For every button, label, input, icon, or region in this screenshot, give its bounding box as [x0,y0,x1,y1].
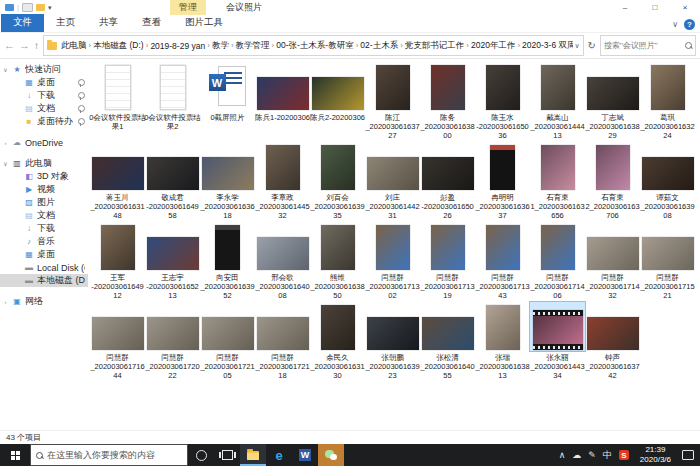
maximize-button[interactable]: □ [640,0,670,15]
breadcrumb-segment[interactable]: 教学 [211,40,230,52]
sidebar-item[interactable]: ∨★快速访问 [0,63,88,76]
file-item[interactable]: 敬成君 -202003061649 58 [145,142,200,222]
file-item[interactable]: 张朝鹏 _202003061639 23 [365,302,420,382]
file-item[interactable]: 张松清 _202003061640 55 [420,302,475,382]
file-explorer-taskbar-button[interactable] [240,444,266,466]
breadcrumb-segment[interactable]: 此电脑 [60,40,88,52]
new-folder-icon[interactable] [36,4,45,11]
sidebar-item[interactable]: ◧3D 对象 [0,170,88,183]
file-item[interactable]: 李永学 _202003061636 18 [200,142,255,222]
taskbar-clock[interactable]: 21:39 2020/3/6 [635,444,676,466]
ribbon-tab-1[interactable]: 主页 [44,14,87,32]
ribbon-tab-3[interactable]: 查看 [130,14,173,32]
sidebar-item[interactable]: ▤文档 [0,102,88,115]
folder-search-input[interactable]: 搜索"会议照片" [600,35,696,56]
sidebar-item[interactable]: ♪音乐 [0,235,88,248]
file-item[interactable]: W0截屏照片 [200,62,255,142]
forward-button[interactable]: → [19,40,30,51]
file-item[interactable]: 向安田 _202003061639 52 [200,222,255,302]
task-view-button[interactable] [214,444,240,466]
file-item[interactable]: 0会议软件投票结 果1 [90,62,145,142]
file-item[interactable]: 张瑞 _202003061638 13 [475,302,530,382]
sidebar-item[interactable]: ▬Local Disk (C:) [0,261,88,274]
breadcrumb-segment[interactable]: 党支部书记工作 [404,40,466,52]
ribbon-tab-4[interactable]: 图片工具 [173,14,235,32]
properties-icon[interactable] [22,3,33,12]
file-item[interactable]: 刘庄 _202003061442 31 [365,142,420,222]
breadcrumb-segment[interactable]: 00-张-土木系-教研室 [275,40,354,52]
breadcrumb-segment[interactable]: 教学管理 [235,40,271,52]
file-item[interactable]: 戴嵩山 _202003061444 13 [530,62,585,142]
ribbon-tab-2[interactable]: 共享 [87,14,130,32]
minimize-button[interactable]: – [610,0,640,15]
breadcrumb-segment[interactable]: 2020年工作 [470,40,516,52]
edge-taskbar-button[interactable]: e [266,444,292,466]
chevron-icon[interactable]: › [2,140,9,146]
ribbon-tab-0[interactable]: 文件 [1,14,44,32]
sidebar-item[interactable]: ▦桌面 [0,248,88,261]
sogou-input-icon[interactable]: S [619,450,629,460]
sidebar-item[interactable]: ▶视频 [0,183,88,196]
file-item[interactable]: 闫慧群 _202003061714 06 [530,222,585,302]
chevron-icon[interactable]: › [2,299,9,305]
file-item[interactable]: 李章政 _202003061445 32 [255,142,310,222]
file-item[interactable]: 闫慧群 _202003061713 02 [365,222,420,302]
sidebar-item[interactable]: ›☁OneDrive [0,136,88,149]
refresh-icon[interactable]: ↻ [588,40,596,51]
file-item[interactable]: 王志宇 -202003061652 13 [145,222,200,302]
start-button[interactable] [0,444,30,466]
sidebar-item[interactable]: ↓下载 [0,222,88,235]
file-item[interactable]: 彭盈 -202003061650 26 [420,142,475,222]
sidebar-item[interactable]: ▦桌面 [0,76,88,89]
sidebar-item[interactable]: ▨图片 [0,196,88,209]
address-dropdown-icon[interactable]: ∨ [574,42,579,50]
file-item[interactable]: 王军 -202003061649 12 [90,222,145,302]
file-item[interactable]: 陈江 _202003061637 27 [365,62,420,142]
breadcrumb-segment[interactable]: 本地磁盘 (D:) [92,40,145,52]
file-item[interactable]: 闫慧群 _202003061721 05 [200,302,255,382]
word-taskbar-button[interactable]: W [292,444,318,466]
file-item[interactable]: 闫慧群 _202003061714 32 [585,222,640,302]
cortana-button[interactable] [188,444,214,466]
file-item[interactable]: 蒋玉川 _202003061631 48 [90,142,145,222]
close-button[interactable]: × [670,0,700,15]
wechat-taskbar-button[interactable] [318,444,344,466]
explorer-mini-icon[interactable] [5,4,14,11]
back-button[interactable]: ← [4,40,15,51]
sidebar-item[interactable]: ▤文档 [0,209,88,222]
sidebar-item[interactable]: ↓下载 [0,89,88,102]
up-button[interactable]: ↑ [34,40,39,51]
file-item[interactable]: 余民久 _202003061631 30 [310,302,365,382]
file-item[interactable]: 闫慧群 _202003061713 19 [420,222,475,302]
file-item[interactable]: 闫慧群 _202003061721 18 [255,302,310,382]
file-item[interactable]: 谭茹文 _202003061639 08 [640,142,695,222]
breadcrumb-segment[interactable]: 02-土木系 [359,40,399,52]
file-item[interactable]: 闫慧群 _202003061716 44 [90,302,145,382]
file-item[interactable]: 陈兵1-20200306 [255,62,310,142]
breadcrumb[interactable]: 此电脑›本地磁盘 (D:)›2019-8-29 yan›教学›教学管理›00-张… [43,35,584,56]
file-item[interactable]: 钟声 _202003061637 42 [585,302,640,382]
file-item[interactable]: 闫慧群 _202003061715 21 [640,222,695,302]
file-item[interactable]: 陈务 _202003061638 00 [420,62,475,142]
action-center-button[interactable] [676,444,700,466]
qat-dropdown-icon[interactable]: ▾ [48,4,52,12]
file-item[interactable]: 葛琪 _202003061632 24 [640,62,695,142]
file-item[interactable]: 冉明明 _202003061636 37 [475,142,530,222]
onedrive-cloud-icon[interactable]: ☁ [572,451,581,460]
file-item[interactable]: 陈玉水 -202003061650 36 [475,62,530,142]
file-item[interactable]: 邢会歌 _202003061640 08 [255,222,310,302]
file-item[interactable]: 熊维 _202003061638 50 [310,222,365,302]
file-item[interactable]: 陈兵2-20200306 [310,62,365,142]
file-item[interactable]: 0会议软件投票结 果2 [145,62,200,142]
chevron-icon[interactable]: ∨ [2,160,9,167]
chevron-icon[interactable]: ∨ [2,66,9,73]
file-item[interactable]: 石育東 2_20200306163 706 [585,142,640,222]
file-item[interactable]: 丁志斌 _202003061638 29 [585,62,640,142]
file-item[interactable]: 石育東 1_20200306163 656 [530,142,585,222]
sidebar-item[interactable]: ›▣网络 [0,295,88,308]
sidebar-item[interactable]: ∨▥此电脑 [0,157,88,170]
file-item[interactable]: 闫慧群 _202003061713 43 [475,222,530,302]
pen-tray-icon[interactable]: ✎ [588,451,596,460]
file-item[interactable]: 张永丽 _202003061443 34 [530,302,585,382]
file-item[interactable]: 闫慧群 _202003061720 22 [145,302,200,382]
